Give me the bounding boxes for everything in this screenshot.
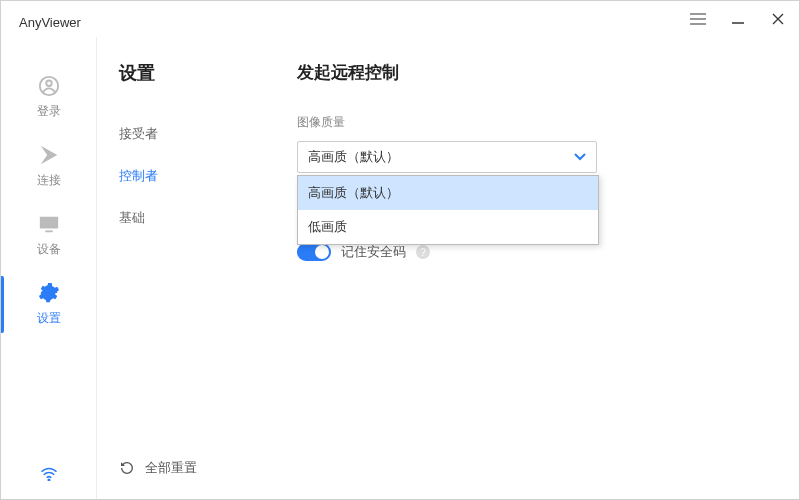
window-controls: [689, 10, 787, 28]
sidebar-item-label: 连接: [37, 172, 61, 189]
svg-rect-3: [45, 230, 52, 232]
help-icon[interactable]: ?: [416, 245, 430, 259]
sidebar-item-login[interactable]: 登录: [1, 63, 96, 132]
image-quality-label: 图像质量: [297, 114, 769, 131]
settings-subnav: 设置 接受者 控制者 基础 全部重置: [97, 37, 267, 499]
svg-point-4: [48, 479, 50, 481]
subnav-title: 设置: [119, 61, 267, 85]
svg-rect-2: [39, 217, 57, 229]
sidebar-item-label: 设置: [37, 310, 61, 327]
user-icon: [38, 75, 60, 97]
subnav-item-receiver[interactable]: 接受者: [119, 113, 267, 155]
main-panel: 发起远程控制 图像质量 高画质（默认） 高画质（默认） 低画质 记住安全码 ?: [267, 37, 799, 499]
undo-icon: [119, 460, 135, 476]
monitor-icon: [38, 213, 60, 235]
subnav-item-basic[interactable]: 基础: [119, 197, 267, 239]
close-button[interactable]: [769, 10, 787, 28]
remember-code-toggle[interactable]: [297, 243, 331, 261]
sidebar-item-connect[interactable]: 连接: [1, 132, 96, 201]
image-quality-dropdown: 高画质（默认） 低画质: [297, 175, 599, 245]
reset-label: 全部重置: [145, 459, 197, 477]
connect-icon: [38, 144, 60, 166]
remember-code-row: 记住安全码 ?: [297, 243, 769, 261]
reset-all-button[interactable]: 全部重置: [119, 459, 197, 477]
dropdown-option-low[interactable]: 低画质: [298, 210, 598, 244]
gear-icon: [38, 282, 60, 304]
dropdown-option-high[interactable]: 高画质（默认）: [298, 176, 598, 210]
body: 登录 连接 设备 设置: [1, 37, 799, 499]
minimize-button[interactable]: [729, 10, 747, 28]
chevron-down-icon: [574, 153, 586, 161]
remember-code-label: 记住安全码: [341, 243, 406, 261]
sidebar-item-settings[interactable]: 设置: [1, 270, 96, 339]
page-title: 发起远程控制: [297, 61, 769, 84]
svg-point-1: [46, 81, 52, 87]
app-title: AnyViewer: [19, 15, 81, 30]
subnav-item-controller[interactable]: 控制者: [119, 155, 267, 197]
image-quality-select[interactable]: 高画质（默认） 高画质（默认） 低画质: [297, 141, 597, 173]
wifi-icon[interactable]: [1, 467, 96, 481]
sidebar-item-label: 设备: [37, 241, 61, 258]
sidebar: 登录 连接 设备 设置: [1, 37, 97, 499]
sidebar-item-label: 登录: [37, 103, 61, 120]
menu-icon[interactable]: [689, 10, 707, 28]
app-window: AnyViewer 登录: [0, 0, 800, 500]
titlebar: [1, 1, 799, 37]
sidebar-item-devices[interactable]: 设备: [1, 201, 96, 270]
select-value: 高画质（默认）: [308, 148, 399, 166]
